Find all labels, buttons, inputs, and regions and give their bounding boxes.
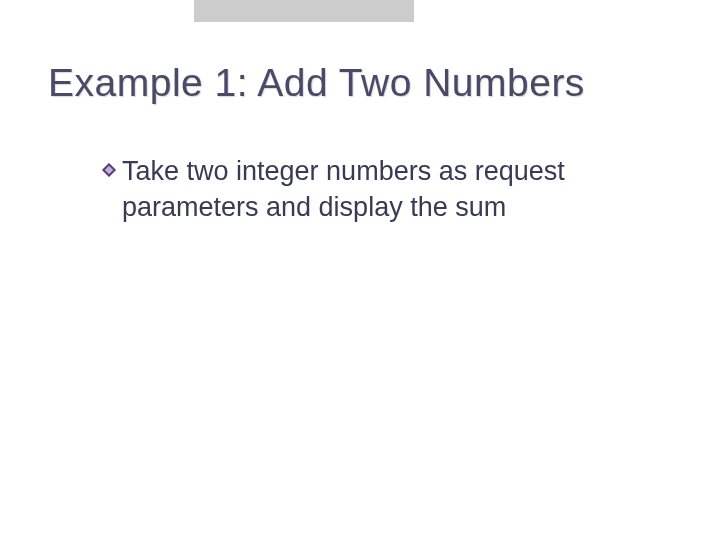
bullet-list: Take two integer numbers as request para… — [48, 153, 672, 226]
list-item: Take two integer numbers as request para… — [102, 153, 672, 226]
slide-content: Example 1: Add Two Numbers Take two inte… — [0, 0, 720, 226]
diamond-bullet-icon — [102, 163, 116, 177]
slide-title: Example 1: Add Two Numbers — [48, 60, 672, 107]
bullet-text: Take two integer numbers as request para… — [122, 153, 672, 226]
